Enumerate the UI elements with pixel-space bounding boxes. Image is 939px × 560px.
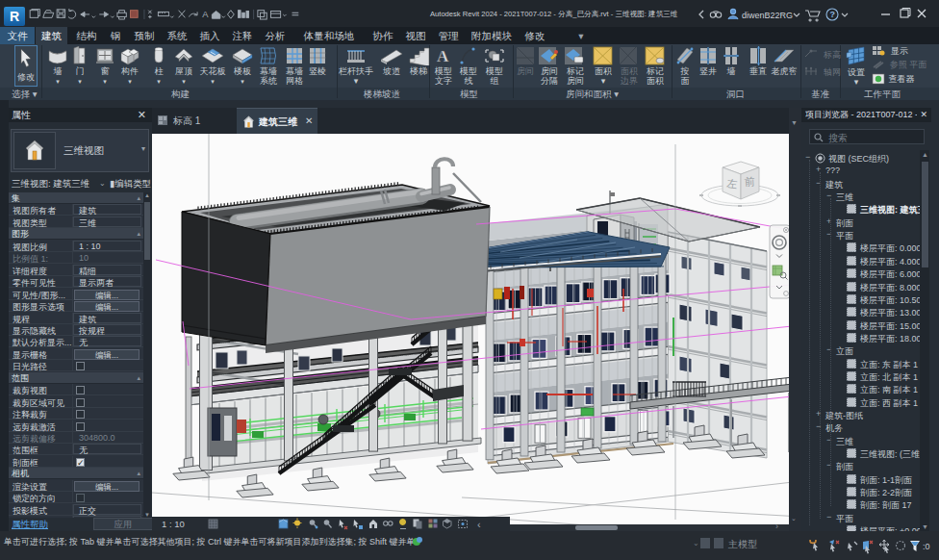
svg-text:前: 前: [743, 175, 755, 188]
svg-text:diwenB22RG: diwenB22RG: [742, 11, 793, 20]
svg-text::0: :0: [923, 542, 930, 551]
svg-text:A: A: [202, 10, 209, 19]
svg-text:?: ?: [830, 10, 836, 19]
svg-text:A: A: [437, 47, 449, 65]
svg-text:‹: ‹: [477, 519, 481, 530]
svg-text:左: 左: [726, 177, 739, 190]
